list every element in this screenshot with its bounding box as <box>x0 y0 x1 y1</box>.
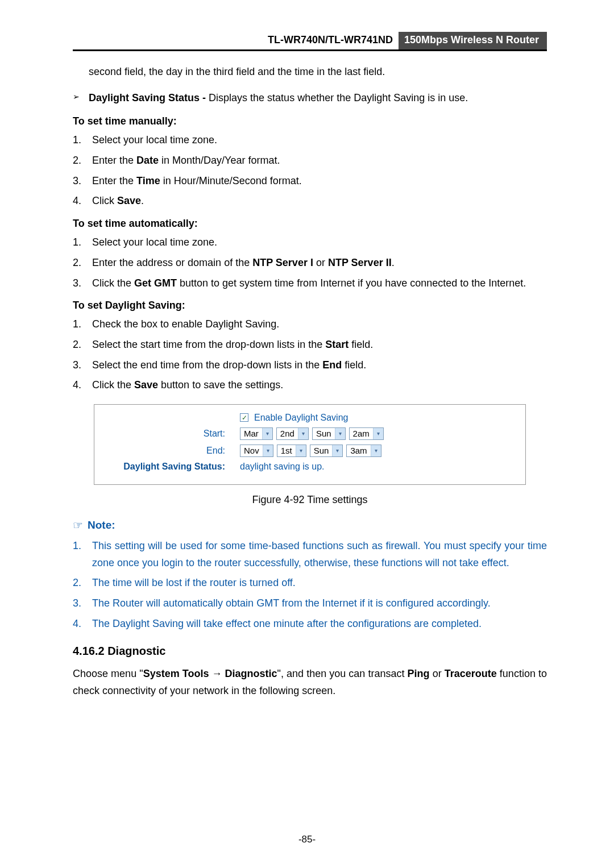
manual-heading: To set time manually: <box>73 115 547 127</box>
enable-row: ✓ Enable Daylight Saving <box>103 413 516 423</box>
section-heading: 4.16.2 Diagnostic <box>73 645 547 658</box>
chevron-down-icon: ▾ <box>298 428 308 439</box>
dst-steps: 1. Check the box to enable Daylight Savi… <box>73 316 547 394</box>
chevron-down-icon: ▾ <box>332 445 342 456</box>
figure-caption: Figure 4-92 Time settings <box>73 494 547 506</box>
num: 1. <box>73 538 92 571</box>
list-item: 2. Select the start time from the drop-d… <box>73 337 547 354</box>
chevron-down-icon: ▾ <box>296 445 306 456</box>
end-week-select[interactable]: 1st▾ <box>277 445 306 457</box>
step-text: Click the Get GMT button to get system t… <box>92 275 547 292</box>
step-text: Select the end time from the drop-down l… <box>92 357 547 374</box>
step-text: Enter the Time in Hour/Minute/Second for… <box>92 173 547 190</box>
step-text: Click the Save button to save the settin… <box>92 377 547 394</box>
start-day-select[interactable]: Sun▾ <box>312 427 346 440</box>
list-item: 3. Select the end time from the drop-dow… <box>73 357 547 374</box>
list-item: 3. Enter the Time in Hour/Minute/Second … <box>73 173 547 190</box>
note-text: The Daylight Saving will take effect one… <box>92 616 547 633</box>
num: 1. <box>73 132 92 149</box>
list-item: 2. Enter the Date in Month/Day/Year form… <box>73 152 547 169</box>
list-item: 1. Check the box to enable Daylight Savi… <box>73 316 547 333</box>
end-selects: Nov▾ 1st▾ Sun▾ 3am▾ <box>240 445 381 457</box>
enable-daylight-checkbox[interactable]: ✓ <box>240 413 248 422</box>
auto-heading: To set time automatically: <box>73 218 547 230</box>
bullet-text: Daylight Saving Status - Displays the st… <box>89 90 468 107</box>
list-item: 3. Click the Get GMT button to get syste… <box>73 275 547 292</box>
note-label: Note: <box>88 519 115 531</box>
chevron-down-icon: ▾ <box>371 445 381 456</box>
start-label: Start: <box>103 429 240 439</box>
note-heading: ☞ Note: <box>73 518 547 532</box>
num: 3. <box>73 595 92 612</box>
list-item: 2. The time will be lost if the router i… <box>73 575 547 592</box>
note-list: 1. This setting will be used for some ti… <box>73 538 547 632</box>
enable-checkbox-wrap: ✓ Enable Daylight Saving <box>240 413 348 423</box>
status-value: daylight saving is up. <box>240 462 325 472</box>
pointing-hand-icon: ☞ <box>73 518 83 532</box>
num: 4. <box>73 377 92 394</box>
bullet-label: Daylight Saving Status - <box>89 92 206 103</box>
list-item: 1. This setting will be used for some ti… <box>73 538 547 571</box>
document-page: TL-WR740N/TL-WR741ND 150Mbps Wireless N … <box>0 0 614 732</box>
start-selects: Mar▾ 2nd▾ Sun▾ 2am▾ <box>240 427 384 440</box>
num: 3. <box>73 357 92 374</box>
note-text: The Router will automatically obtain GMT… <box>92 595 547 612</box>
list-item: 3. The Router will automatically obtain … <box>73 595 547 612</box>
list-item: 2. Enter the address or domain of the NT… <box>73 255 547 272</box>
end-hour-select[interactable]: 3am▾ <box>346 445 381 457</box>
enable-label: Enable Daylight Saving <box>254 413 348 423</box>
bullet-marker: ➢ <box>73 90 89 107</box>
list-item: 1. Select your local time zone. <box>73 234 547 251</box>
num: 1. <box>73 234 92 251</box>
list-item: 4. Click Save. <box>73 193 547 210</box>
step-text: Select the start time from the drop-down… <box>92 337 547 354</box>
diagnostic-paragraph: Choose menu "System Tools → Diagnostic",… <box>73 666 547 699</box>
num: 2. <box>73 152 92 169</box>
bullet-daylight-status: ➢ Daylight Saving Status - Displays the … <box>73 90 547 107</box>
status-row: Daylight Saving Status: daylight saving … <box>103 462 516 472</box>
list-item: 1. Select your local time zone. <box>73 132 547 149</box>
end-row: End: Nov▾ 1st▾ Sun▾ 3am▾ <box>103 445 516 457</box>
list-item: 4. Click the Save button to save the set… <box>73 377 547 394</box>
dst-heading: To set Daylight Saving: <box>73 300 547 312</box>
end-day-select[interactable]: Sun▾ <box>310 445 343 457</box>
manual-steps: 1. Select your local time zone. 2. Enter… <box>73 132 547 210</box>
status-label: Daylight Saving Status: <box>103 462 240 472</box>
note-text: The time will be lost if the router is t… <box>92 575 547 592</box>
chevron-down-icon: ▾ <box>335 428 345 439</box>
chevron-down-icon: ▾ <box>262 428 272 439</box>
num: 1. <box>73 316 92 333</box>
num: 3. <box>73 275 92 292</box>
num: 2. <box>73 337 92 354</box>
start-row: Start: Mar▾ 2nd▾ Sun▾ 2am▾ <box>103 427 516 440</box>
daylight-saving-panel: ✓ Enable Daylight Saving Start: Mar▾ 2nd… <box>94 404 526 485</box>
page-header: TL-WR740N/TL-WR741ND 150Mbps Wireless N … <box>73 32 547 51</box>
chevron-down-icon: ▾ <box>263 445 273 456</box>
note-text: This setting will be used for some time-… <box>92 538 547 571</box>
num: 4. <box>73 193 92 210</box>
start-hour-select[interactable]: 2am▾ <box>349 427 384 440</box>
step-text: Select your local time zone. <box>92 132 547 149</box>
step-text: Enter the address or domain of the NTP S… <box>92 255 547 272</box>
page-number: -85- <box>0 834 614 845</box>
num: 2. <box>73 575 92 592</box>
bullet-desc: Displays the status whether the Daylight… <box>209 92 468 103</box>
auto-steps: 1. Select your local time zone. 2. Enter… <box>73 234 547 292</box>
num: 3. <box>73 173 92 190</box>
intro-continuation: second field, the day in the third field… <box>89 64 547 81</box>
num: 4. <box>73 616 92 633</box>
end-label: End: <box>103 446 240 456</box>
step-text: Click Save. <box>92 193 547 210</box>
num: 2. <box>73 255 92 272</box>
step-text: Check the box to enable Daylight Saving. <box>92 316 547 333</box>
start-month-select[interactable]: Mar▾ <box>240 427 273 440</box>
header-product: 150Mbps Wireless N Router <box>399 32 547 49</box>
chevron-down-icon: ▾ <box>373 428 383 439</box>
list-item: 4. The Daylight Saving will take effect … <box>73 616 547 633</box>
header-model: TL-WR740N/TL-WR741ND <box>73 32 399 49</box>
start-week-select[interactable]: 2nd▾ <box>276 427 309 440</box>
step-text: Select your local time zone. <box>92 234 547 251</box>
end-month-select[interactable]: Nov▾ <box>240 445 273 457</box>
step-text: Enter the Date in Month/Day/Year format. <box>92 152 547 169</box>
